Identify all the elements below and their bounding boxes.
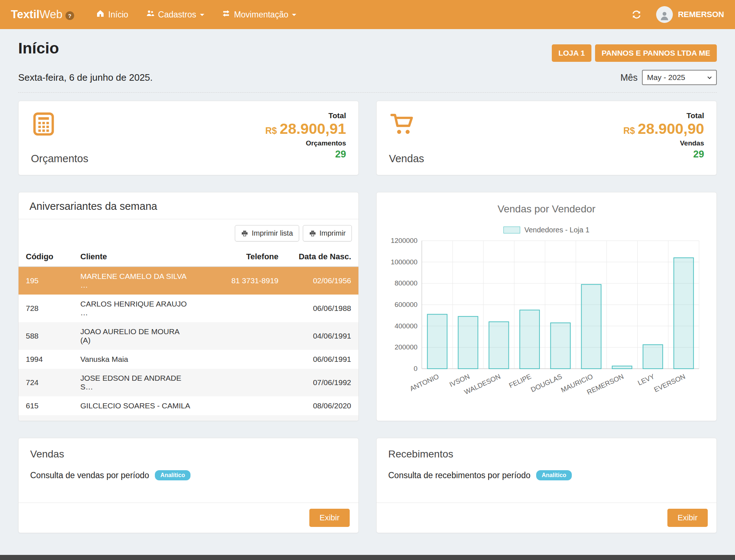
nav-label: Movimentação — [234, 10, 289, 20]
vendas-summary-card: Vendas Total R$28.900,90 Vendas 29 — [376, 101, 717, 175]
user-menu[interactable]: REMERSON — [656, 6, 724, 23]
svg-text:1200000: 1200000 — [391, 237, 417, 244]
vendas-chart-svg: 020000040000060000080000010000001200000A… — [387, 236, 706, 399]
table-row[interactable]: 195MARLENE CAMELO DA SILVA …81 3731-8919… — [19, 267, 358, 295]
cell-nasc: 06/06/1991 — [286, 350, 358, 369]
svg-text:LEVY: LEVY — [636, 372, 656, 387]
orcamentos-summary-card: Orçamentos Total R$28.900,91 Orçamentos … — [18, 101, 359, 175]
top-navbar: TextilWeb ? Início Cadastros Movimentaçã… — [0, 0, 735, 29]
card-title: Vendas — [30, 448, 347, 460]
brand-bold: Textil — [11, 8, 40, 21]
total-label: Total — [265, 111, 346, 120]
company-button[interactable]: PANNOS E PANNOS LTDA ME — [595, 44, 717, 62]
svg-text:ANTONIO: ANTONIO — [409, 372, 440, 392]
cell-codigo: 588 — [19, 322, 73, 350]
chevron-down-icon — [292, 14, 296, 18]
birthdays-title: Aniversariantes da semana — [19, 192, 358, 219]
main-nav: Início Cadastros Movimentação — [96, 9, 296, 20]
svg-text:EVERSON: EVERSON — [653, 372, 687, 393]
col-codigo: Código — [19, 247, 73, 267]
table-row[interactable]: 615GILCLECIO SOARES - CAMILA08/06/2020 — [19, 396, 358, 415]
analitico-badge: Analítico — [155, 470, 190, 480]
page-bottom-bar — [0, 555, 735, 560]
exchange-arrows-icon — [222, 9, 230, 20]
svg-text:FELIPE: FELIPE — [508, 372, 533, 389]
table-row[interactable]: 724JOSE EDSON DE ANDRADE S…07/06/1992 — [19, 369, 358, 396]
chevron-down-icon — [707, 75, 712, 80]
printer-icon — [241, 230, 248, 237]
cell-nasc: 08/06/2020 — [286, 396, 358, 415]
recebimentos-report-card: Recebimentos Consulta de recebimentos po… — [376, 438, 717, 533]
table-row[interactable]: 588JOAO AURELIO DE MOURA (A)04/06/1991 — [19, 322, 358, 350]
store-button[interactable]: LOJA 1 — [552, 44, 591, 62]
svg-text:1000000: 1000000 — [391, 258, 417, 266]
chevron-down-icon — [200, 14, 204, 18]
cart-icon — [389, 111, 414, 137]
print-button[interactable]: Imprimir — [303, 225, 352, 241]
table-header-row: Código Cliente Telefone Data de Nasc. — [19, 247, 358, 267]
print-list-button[interactable]: Imprimir lista — [235, 225, 299, 241]
cell-codigo: 950 — [19, 415, 73, 421]
cell-telefone — [198, 415, 286, 421]
user-name: REMERSON — [678, 10, 724, 19]
svg-text:400000: 400000 — [395, 322, 418, 330]
vendas-count-label: Vendas — [623, 139, 704, 147]
svg-text:0: 0 — [414, 365, 418, 372]
nav-movimentacao[interactable]: Movimentação — [222, 9, 297, 20]
cell-telefone — [198, 350, 286, 369]
divider — [18, 92, 717, 93]
cell-codigo: 724 — [19, 369, 73, 396]
orcamentos-count-label: Orçamentos — [265, 139, 346, 147]
brand-light: Web — [40, 8, 63, 21]
cell-cliente: MATHEUS FELIPE FERREIRA … — [73, 415, 198, 421]
cell-cliente: JOSE EDSON DE ANDRADE S… — [73, 369, 198, 396]
home-icon — [96, 9, 105, 20]
legend-swatch — [503, 227, 520, 233]
orcamentos-label: Orçamentos — [31, 153, 88, 165]
table-row[interactable]: 950MATHEUS FELIPE FERREIRA …02/06/2023 — [19, 415, 358, 421]
vendas-label: Vendas — [389, 153, 424, 165]
refresh-icon[interactable] — [631, 9, 642, 20]
cell-telefone: 81 3731-8919 — [198, 267, 286, 295]
cell-codigo: 1994 — [19, 350, 73, 369]
col-nasc: Data de Nasc. — [286, 247, 358, 267]
svg-text:800000: 800000 — [395, 279, 418, 287]
month-label: Mês — [620, 72, 638, 83]
nav-label: Início — [108, 10, 128, 20]
nav-inicio[interactable]: Início — [96, 9, 128, 20]
help-icon[interactable]: ? — [65, 11, 74, 20]
card-description: Consulta de recebimentos por período — [388, 471, 530, 480]
users-icon — [146, 9, 154, 20]
cell-telefone — [198, 369, 286, 396]
month-select[interactable]: May - 2025 — [642, 70, 717, 85]
month-select-value: May - 2025 — [647, 73, 685, 82]
card-description: Consulta de vendas por período — [30, 471, 149, 480]
table-row[interactable]: 728CARLOS HENRIQUE ARAUJO …06/06/1988 — [19, 295, 358, 322]
chart-title: Vendas por Vendedor — [387, 203, 706, 215]
col-cliente: Cliente — [73, 247, 198, 267]
nav-cadastros[interactable]: Cadastros — [146, 9, 204, 20]
printer-icon — [309, 230, 316, 237]
orcamentos-count: 29 — [265, 149, 346, 160]
birthdays-panel: Aniversariantes da semana Imprimir lista… — [18, 192, 359, 421]
exibir-vendas-button[interactable]: Exibir — [309, 509, 350, 527]
cell-codigo: 615 — [19, 396, 73, 415]
avatar — [656, 6, 673, 23]
brand-logo[interactable]: TextilWeb ? — [11, 8, 74, 21]
calculator-icon — [31, 111, 56, 137]
svg-text:IVSON: IVSON — [448, 372, 471, 388]
cell-codigo: 728 — [19, 295, 73, 322]
exibir-recebimentos-button[interactable]: Exibir — [667, 509, 708, 527]
chart-legend[interactable]: Vendedores - Loja 1 — [387, 226, 706, 234]
cell-telefone — [198, 396, 286, 415]
table-row[interactable]: 1994Vanuska Maia06/06/1991 — [19, 350, 358, 369]
nav-label: Cadastros — [158, 10, 196, 20]
svg-text:600000: 600000 — [395, 301, 418, 308]
sales-chart-panel: Vendas por Vendedor Vendedores - Loja 1 … — [376, 192, 717, 421]
cell-cliente: MARLENE CAMELO DA SILVA … — [73, 267, 198, 295]
cell-nasc: 02/06/1956 — [286, 267, 358, 295]
card-title: Recebimentos — [388, 448, 705, 460]
cell-nasc: 04/06/1991 — [286, 322, 358, 350]
vendas-total-value: R$28.900,90 — [623, 121, 704, 136]
cell-telefone — [198, 322, 286, 350]
